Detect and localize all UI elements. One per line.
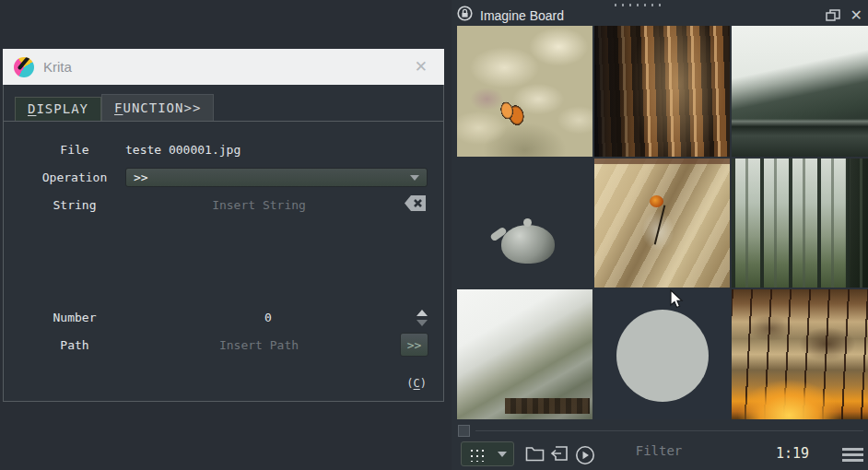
flower-shape: [650, 195, 663, 207]
grid-view-icon: [468, 446, 484, 462]
slider-track[interactable]: [475, 430, 863, 431]
chevron-down-icon: [410, 175, 419, 181]
operation-combobox[interactable]: >>: [125, 168, 428, 187]
image-grid: [457, 26, 868, 419]
image-thumbnail-teapot[interactable]: [457, 159, 592, 288]
dialog-body: DISPLAY FUNCTION>> File teste 000001.jpg…: [3, 85, 444, 402]
mouse-cursor: [670, 289, 685, 313]
krita-dialog: Krita ✕ DISPLAY FUNCTION>> File teste 00…: [3, 49, 444, 402]
cabin-shape: [505, 398, 590, 414]
file-value: teste 000001.jpg: [125, 143, 240, 157]
tab-display[interactable]: DISPLAY: [15, 97, 101, 122]
image-thumbnail-flower-vase[interactable]: [594, 159, 730, 288]
credit-link[interactable]: (C): [406, 377, 427, 390]
float-docker-icon[interactable]: [826, 8, 841, 22]
butterfly-shape: [495, 97, 530, 130]
dialog-titlebar[interactable]: Krita ✕: [3, 49, 444, 85]
tab-pane-border: [4, 121, 443, 122]
grid-view-dropdown-button[interactable]: [461, 441, 514, 466]
dialog-title: Krita: [43, 59, 72, 75]
operation-label: Operation: [33, 170, 116, 184]
image-thumbnail-foggy-forest[interactable]: [732, 159, 868, 288]
image-thumbnail-loading[interactable]: [594, 289, 730, 419]
imagine-board-docker: Imagine Board ✕: [452, 0, 868, 470]
loading-circle: [616, 310, 709, 402]
number-label: Number: [33, 311, 116, 324]
operation-selected-value: >>: [134, 170, 148, 184]
spin-up-icon[interactable]: [416, 310, 428, 316]
number-spinner: [415, 310, 429, 328]
credit-close: ): [420, 377, 427, 390]
tab-display-label: ISPLAY: [36, 101, 88, 116]
close-docker-icon[interactable]: ✕: [850, 8, 862, 23]
krita-app-icon: [14, 57, 34, 77]
screen: Krita ✕ DISPLAY FUNCTION>> File teste 00…: [0, 0, 868, 470]
thumbnail-size-slider: [452, 423, 868, 440]
filter-input[interactable]: [590, 443, 728, 458]
credit-accel: C: [414, 377, 420, 390]
spin-down-icon[interactable]: [416, 320, 428, 326]
insert-image-icon[interactable]: [550, 445, 569, 465]
docker-titlebar[interactable]: Imagine Board ✕: [452, 5, 868, 26]
teapot-shape: [501, 225, 555, 264]
clear-text-icon[interactable]: [404, 194, 428, 212]
chevron-down-icon: [498, 452, 507, 457]
open-folder-icon[interactable]: [525, 445, 545, 465]
tab-function-label: UNCTION>>: [123, 100, 201, 115]
path-browse-button[interactable]: >>: [400, 333, 428, 357]
tab-function[interactable]: FUNCTION>>: [101, 94, 214, 122]
flower-stem-shape: [654, 205, 666, 244]
slider-handle[interactable]: [458, 425, 470, 437]
menu-icon[interactable]: [842, 448, 863, 462]
image-thumbnail-butterfly-flowers[interactable]: [457, 26, 592, 157]
lock-icon: [457, 6, 473, 25]
string-input[interactable]: Insert String: [125, 198, 393, 212]
image-thumbnail-tree-bark[interactable]: [594, 26, 730, 157]
tab-bar: DISPLAY FUNCTION>>: [15, 94, 214, 122]
file-label: File: [33, 143, 116, 157]
image-thumbnail-mountain-lake[interactable]: [732, 26, 868, 157]
image-thumbnail-sunset-plants[interactable]: [732, 289, 868, 419]
docker-toolbar: 1:19: [452, 441, 868, 470]
credit-open: (: [406, 377, 413, 390]
close-icon[interactable]: ✕: [409, 57, 433, 76]
path-label: Path: [33, 338, 116, 352]
path-input[interactable]: Insert Path: [125, 338, 393, 352]
string-label: String: [33, 198, 116, 212]
number-input[interactable]: 0: [125, 311, 411, 324]
image-counter: 1:19: [765, 445, 820, 462]
docker-title: Imagine Board: [480, 8, 564, 23]
image-thumbnail-foggy-hillside[interactable]: [457, 289, 592, 419]
